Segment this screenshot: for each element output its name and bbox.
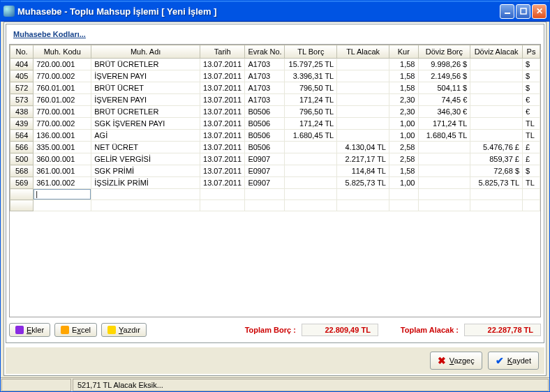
table-row[interactable]: 568361.00.001SGK PRİMİ13.07.2011E0907114… bbox=[10, 165, 540, 177]
cell-ps[interactable]: TL bbox=[523, 177, 540, 189]
cell-dalacak[interactable]: 72,68 $ bbox=[470, 165, 523, 177]
col-no[interactable]: No. bbox=[10, 45, 34, 59]
table-row[interactable]: 404720.00.001BRÜT ÜCRETLER13.07.2011A170… bbox=[10, 59, 540, 70]
cell-evrak[interactable]: A1703 bbox=[245, 70, 285, 82]
cell-tarih[interactable]: 13.07.2011 bbox=[200, 153, 245, 165]
cell-ps[interactable]: £ bbox=[523, 142, 540, 153]
cell-adi[interactable]: GELİR VERGİSİ bbox=[91, 153, 200, 165]
cell-kur[interactable]: 1,58 bbox=[389, 82, 418, 94]
minimize-button[interactable] bbox=[500, 4, 514, 19]
cell-evrak[interactable]: B0506 bbox=[245, 130, 285, 142]
table-row[interactable]: 405770.00.002İŞVEREN PAYI13.07.2011A1703… bbox=[10, 70, 540, 82]
cell-ps[interactable]: $ bbox=[523, 70, 540, 82]
cell-alacak[interactable] bbox=[337, 130, 389, 142]
cell-ps[interactable]: $ bbox=[523, 59, 540, 70]
cell-dalacak[interactable]: 859,37 £ bbox=[470, 153, 523, 165]
cell-ps[interactable]: $ bbox=[523, 165, 540, 177]
cell-dborc[interactable] bbox=[418, 177, 470, 189]
table-row[interactable]: 573760.01.002İŞVEREN PAYI13.07.2011A1703… bbox=[10, 94, 540, 106]
muhasebe-kodlari-link[interactable]: Muhasebe Kodları... bbox=[6, 24, 93, 44]
cell-evrak[interactable]: A1703 bbox=[245, 59, 285, 70]
cell-kodu[interactable]: 720.00.001 bbox=[34, 59, 91, 70]
cell-no[interactable]: 573 bbox=[10, 94, 34, 106]
cell-borc[interactable]: 171,24 TL bbox=[285, 94, 337, 106]
cell-kodu[interactable]: 136.00.001 bbox=[34, 130, 91, 142]
cell-borc[interactable]: 796,50 TL bbox=[285, 106, 337, 118]
table-row[interactable]: 572760.01.001BRÜT ÜCRET13.07.2011A170379… bbox=[10, 82, 540, 94]
cell-dalacak[interactable] bbox=[470, 130, 523, 142]
col-ps[interactable]: Ps bbox=[523, 45, 540, 59]
cell-no[interactable]: 564 bbox=[10, 130, 34, 142]
cell-dalacak[interactable]: 5.476,76 £ bbox=[470, 142, 523, 153]
table-row[interactable]: 566335.00.001NET ÜCRET13.07.2011B05064.1… bbox=[10, 142, 540, 153]
cell-dborc[interactable]: 1.680,45 TL bbox=[418, 130, 470, 142]
cell-no[interactable]: 438 bbox=[10, 106, 34, 118]
cell-kur[interactable]: 2,58 bbox=[389, 153, 418, 165]
cell-no[interactable]: 404 bbox=[10, 59, 34, 70]
cell-tarih[interactable]: 13.07.2011 bbox=[200, 177, 245, 189]
cell-kodu[interactable]: 770.00.001 bbox=[34, 106, 91, 118]
cell-alacak[interactable]: 2.217,17 TL bbox=[337, 153, 389, 165]
table-row[interactable]: 500360.00.001GELİR VERGİSİ13.07.2011E090… bbox=[10, 153, 540, 165]
titlebar[interactable]: Muhasebe - Toplu Mahsup İşlemi [ Yeni İş… bbox=[1, 1, 549, 22]
col-adi[interactable]: Muh. Adı bbox=[91, 45, 200, 59]
col-kur[interactable]: Kur bbox=[389, 45, 418, 59]
cell-no[interactable]: 566 bbox=[10, 142, 34, 153]
col-tarih[interactable]: Tarih bbox=[200, 45, 245, 59]
kaydet-button[interactable]: ✔Kaydet bbox=[488, 352, 539, 370]
cell-dalacak[interactable] bbox=[470, 82, 523, 94]
cell-kur[interactable]: 1,00 bbox=[389, 177, 418, 189]
cell-dalacak[interactable] bbox=[470, 118, 523, 130]
cell-ps[interactable]: € bbox=[523, 94, 540, 106]
cell-kodu[interactable]: 770.00.002 bbox=[34, 118, 91, 130]
col-dalacak[interactable]: Döviz Alacak bbox=[470, 45, 523, 59]
cell-dborc[interactable]: 171,24 TL bbox=[418, 118, 470, 130]
cell-kodu[interactable]: 360.00.001 bbox=[34, 153, 91, 165]
col-kodu[interactable]: Muh. Kodu bbox=[34, 45, 91, 59]
cell-kodu[interactable]: 361.00.001 bbox=[34, 165, 91, 177]
cell-dborc[interactable] bbox=[418, 165, 470, 177]
cell-dborc[interactable]: 74,45 € bbox=[418, 94, 470, 106]
cell-ps[interactable]: £ bbox=[523, 153, 540, 165]
cell-borc[interactable] bbox=[285, 177, 337, 189]
cell-kodu[interactable]: 361.00.002 bbox=[34, 177, 91, 189]
cell-no[interactable]: 569 bbox=[10, 177, 34, 189]
cell-ps[interactable]: TL bbox=[523, 130, 540, 142]
cell-kur[interactable]: 2,58 bbox=[389, 142, 418, 153]
excel-button[interactable]: Excel bbox=[54, 323, 97, 337]
cell-alacak[interactable]: 114,84 TL bbox=[337, 165, 389, 177]
col-alacak[interactable]: TL Alacak bbox=[337, 45, 389, 59]
cell-evrak[interactable]: E0907 bbox=[245, 153, 285, 165]
cell-adi[interactable]: BRÜT ÜCRETLER bbox=[91, 59, 200, 70]
cell-evrak[interactable]: E0907 bbox=[245, 165, 285, 177]
cell-tarih[interactable]: 13.07.2011 bbox=[200, 106, 245, 118]
table-row[interactable]: 564136.00.001AGİ13.07.2011B05061.680,45 … bbox=[10, 130, 540, 142]
cell-evrak[interactable]: A1703 bbox=[245, 82, 285, 94]
cell-borc[interactable] bbox=[285, 165, 337, 177]
cell-tarih[interactable]: 13.07.2011 bbox=[200, 130, 245, 142]
cell-adi[interactable]: BRÜT ÜCRET bbox=[91, 82, 200, 94]
cell-alacak[interactable] bbox=[337, 82, 389, 94]
cell-no[interactable]: 439 bbox=[10, 118, 34, 130]
cell-tarih[interactable]: 13.07.2011 bbox=[200, 142, 245, 153]
cell-borc[interactable]: 1.680,45 TL bbox=[285, 130, 337, 142]
close-button[interactable]: ✕ bbox=[532, 4, 547, 19]
cell-borc[interactable]: 15.797,25 TL bbox=[285, 59, 337, 70]
cell-no[interactable]: 405 bbox=[10, 70, 34, 82]
cell-kur[interactable]: 1,00 bbox=[389, 130, 418, 142]
cell-adi[interactable]: SGK İŞVEREN PAYI bbox=[91, 118, 200, 130]
cell-tarih[interactable]: 13.07.2011 bbox=[200, 165, 245, 177]
cell-kur[interactable]: 1,58 bbox=[389, 70, 418, 82]
cell-dalacak[interactable] bbox=[470, 94, 523, 106]
yazdir-button[interactable]: Yazdır bbox=[101, 323, 147, 337]
cell-alacak[interactable] bbox=[337, 94, 389, 106]
cell-borc[interactable]: 171,24 TL bbox=[285, 118, 337, 130]
cell-evrak[interactable]: B0506 bbox=[245, 142, 285, 153]
col-borc[interactable]: TL Borç bbox=[285, 45, 337, 59]
cell-adi[interactable]: NET ÜCRET bbox=[91, 142, 200, 153]
table-row[interactable]: 569361.00.002İŞSİZLİK PRİMİ13.07.2011E09… bbox=[10, 177, 540, 189]
cell-kur[interactable]: 2,30 bbox=[389, 106, 418, 118]
cell-dborc[interactable]: 2.149,56 $ bbox=[418, 70, 470, 82]
cell-adi[interactable]: İŞVEREN PAYI bbox=[91, 94, 200, 106]
input-row[interactable]: | bbox=[10, 189, 540, 200]
